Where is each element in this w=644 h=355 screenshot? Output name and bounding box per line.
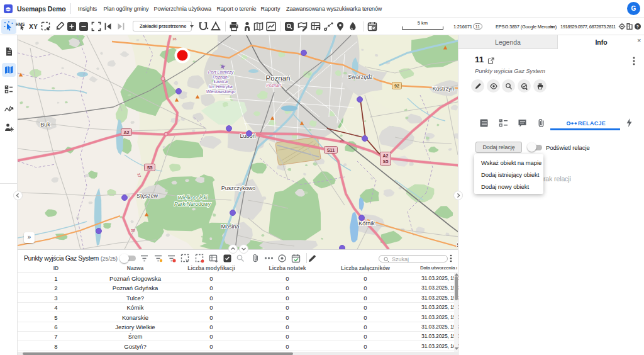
- svg-text:Poznań-: Poznań-: [213, 75, 230, 79]
- svg-text:S11: S11: [327, 148, 335, 152]
- svg-text:Swarzędz: Swarzędz: [348, 74, 373, 80]
- svg-text:HMS: HMS: [16, 22, 25, 26]
- svg-text:Wielkopolski: Wielkopolski: [177, 194, 208, 201]
- svg-text:S5: S5: [383, 159, 389, 164]
- svg-text:92: 92: [394, 84, 399, 88]
- svg-text:35: 35: [340, 139, 344, 143]
- svg-text:38: 38: [131, 228, 135, 232]
- svg-text:Wieniawskiego: Wieniawskiego: [206, 89, 236, 94]
- svg-text:Poznań: Poznań: [266, 83, 281, 87]
- svg-text:Kórnik: Kórnik: [358, 220, 375, 227]
- svg-text:A2: A2: [383, 154, 389, 158]
- svg-text:Ławica: Ławica: [214, 79, 228, 84]
- svg-text:S5: S5: [147, 166, 153, 170]
- svg-text:Buk: Buk: [40, 121, 50, 128]
- svg-text:Stęszew: Stęszew: [136, 193, 158, 199]
- svg-text:Puszczykowo: Puszczykowo: [221, 185, 256, 191]
- svg-text:?: ?: [636, 25, 639, 29]
- svg-text:16: 16: [172, 37, 177, 41]
- svg-text:A2: A2: [124, 130, 130, 135]
- svg-text:Mosina: Mosina: [221, 223, 239, 230]
- svg-text:Kostrzyn: Kostrzyn: [432, 86, 454, 92]
- svg-text:Park Narodowy: Park Narodowy: [174, 201, 211, 207]
- svg-text:XY: XY: [29, 23, 38, 30]
- svg-text:Poznań: Poznań: [265, 74, 290, 82]
